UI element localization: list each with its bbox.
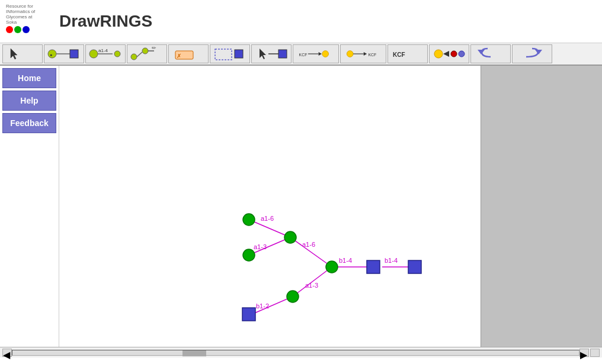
scroll-left-button[interactable]: ◀	[2, 349, 12, 357]
eraser-button[interactable]: ✗	[168, 44, 209, 63]
svg-marker-0	[11, 49, 17, 59]
edge-label-a1-6-mid: a1-6	[302, 241, 315, 248]
svg-text:a1-4: a1-4	[98, 48, 108, 53]
node-n4[interactable]	[326, 261, 338, 273]
edge-label-a1-6-top: a1-6	[261, 215, 274, 222]
svg-marker-34	[478, 50, 485, 54]
add-residue-button[interactable]: ✏	[127, 44, 167, 63]
node-n5[interactable]	[367, 260, 380, 273]
sidebar: Home Help Feedback	[0, 66, 59, 347]
svg-line-10	[137, 52, 142, 57]
scroll-thumb[interactable]	[182, 350, 206, 356]
right-panel	[481, 66, 602, 347]
kcf-export-button[interactable]: KCF	[293, 44, 339, 63]
svg-marker-35	[535, 50, 542, 54]
diagram-svg: a1-6 a1-3 a1-6 b1-4 b1-4 a1-3 b1-2	[59, 66, 481, 347]
svg-point-5	[89, 50, 98, 58]
edge-n1-n2	[249, 220, 290, 237]
node-n2[interactable]	[284, 231, 296, 243]
svg-point-24	[322, 51, 329, 57]
node-n8[interactable]	[287, 291, 299, 302]
logo-circles	[6, 26, 53, 33]
bottom-scrollbar: ◀ ▶	[0, 347, 602, 357]
svg-point-9	[131, 54, 137, 60]
header: Resource for INformatics of Glycomes at …	[0, 0, 602, 43]
logo: Resource for INformatics of Glycomes at …	[6, 4, 53, 39]
logo-blue-circle	[23, 26, 30, 33]
move-button[interactable]	[251, 44, 292, 63]
svg-point-30	[434, 50, 443, 58]
node-n9[interactable]	[242, 308, 255, 321]
svg-text:✏: ✏	[152, 46, 156, 51]
svg-text:KCF: KCF	[393, 51, 405, 58]
node-n1[interactable]	[243, 214, 255, 226]
logo-line4: Soka	[6, 20, 17, 25]
edge-label-b1-4-first: b1-4	[339, 257, 352, 264]
edge-label-b1-2: b1-2	[256, 302, 269, 310]
node-n3[interactable]	[243, 249, 255, 261]
logo-text: Resource for INformatics of Glycomes at …	[6, 4, 53, 25]
svg-marker-18	[260, 49, 266, 59]
svg-text:✗: ✗	[177, 53, 181, 59]
redo-button[interactable]	[512, 44, 552, 63]
canvas-area[interactable]: a1-6 a1-3 a1-6 b1-4 b1-4 a1-3 b1-2	[59, 66, 481, 347]
svg-text:KCF: KCF	[299, 53, 308, 57]
svg-rect-20	[278, 50, 287, 58]
svg-point-32	[451, 51, 457, 57]
main-layout: Home Help Feedback a1-6 a1-3 a1-6 b1-4 b…	[0, 66, 602, 347]
app-title: DrawRINGS	[59, 12, 152, 31]
logo-line1: Resource for	[6, 4, 33, 9]
svg-rect-3	[70, 50, 78, 58]
scroll-track[interactable]	[12, 350, 579, 356]
edge-label-a1-3-lower: a1-3	[305, 282, 318, 289]
svg-point-11	[142, 48, 148, 54]
svg-marker-27	[364, 52, 367, 56]
toolbar: ● a1-4 ✏ ✗	[0, 43, 602, 66]
svg-marker-23	[319, 52, 322, 56]
logo-red-circle	[6, 26, 13, 33]
scroll-right-button[interactable]: ▶	[579, 349, 589, 357]
kcf-import-button[interactable]: KCF	[340, 44, 386, 63]
logo-line3: Glycomes at	[6, 14, 32, 20]
svg-text:●: ●	[50, 53, 52, 57]
svg-marker-31	[443, 51, 449, 57]
svg-point-25	[347, 51, 353, 57]
svg-point-33	[459, 51, 465, 57]
node-n7[interactable]	[408, 260, 421, 273]
svg-point-8	[114, 51, 120, 57]
feedback-button[interactable]: Feedback	[2, 113, 56, 133]
cursor-tool-button[interactable]	[2, 44, 43, 63]
svg-text:KCF: KCF	[368, 53, 376, 57]
svg-rect-17	[235, 50, 243, 58]
undo-button[interactable]	[470, 44, 511, 63]
select-button[interactable]	[210, 44, 250, 63]
animate1-button[interactable]	[429, 44, 469, 63]
home-button[interactable]: Home	[2, 68, 56, 88]
kcf-text-button[interactable]: KCF	[388, 44, 428, 63]
draw-bond-button[interactable]: ●	[44, 44, 84, 63]
logo-green-circle	[14, 26, 21, 33]
scroll-corner[interactable]	[590, 349, 600, 357]
edge-label-a1-3-left: a1-3	[254, 243, 267, 250]
logo-line2: INformatics of	[6, 9, 35, 14]
label-node-button[interactable]: a1-4	[85, 44, 126, 63]
svg-rect-16	[215, 49, 232, 60]
help-button[interactable]: Help	[2, 91, 56, 111]
edge-label-b1-4-second: b1-4	[385, 257, 398, 264]
